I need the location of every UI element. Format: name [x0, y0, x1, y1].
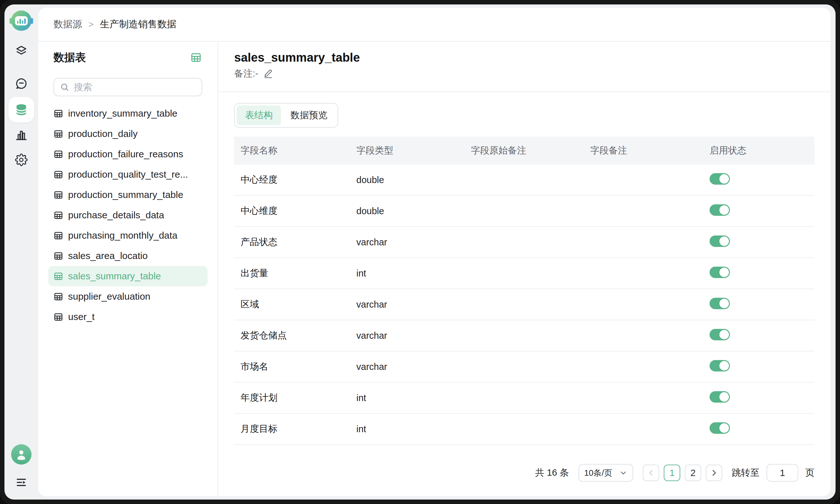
table-icon	[53, 149, 63, 159]
gear-icon[interactable]	[14, 153, 28, 167]
main-body: 表结构 数据预览 字段名称 字段类型 字段原始备注 字段备注 启用状态	[218, 92, 830, 497]
enabled-toggle[interactable]	[709, 329, 730, 340]
table-grid-icon[interactable]	[190, 51, 202, 64]
search-icon	[60, 82, 69, 92]
user-avatar[interactable]	[11, 444, 32, 465]
table-name: production_summary_table	[68, 190, 183, 200]
table-list-item[interactable]: sales_summary_table	[48, 266, 207, 286]
table-list-item[interactable]: purchasing_monthly_data	[48, 225, 207, 246]
table-row: 中心经度 double	[234, 165, 815, 196]
logo-circle	[11, 11, 32, 31]
table-list-item[interactable]: purchase_details_data	[48, 205, 207, 225]
table-list-item[interactable]: inventory_summary_table	[48, 103, 207, 124]
edit-note-icon[interactable]	[263, 68, 274, 79]
table-name: purchase_details_data	[68, 210, 164, 220]
field-type: double	[350, 175, 465, 185]
field-name: 中心经度	[234, 174, 350, 186]
col-header-original-comment: 字段原始备注	[465, 144, 584, 157]
table-row: 年度计划 int	[234, 383, 815, 414]
note-label: 备注:-	[234, 68, 258, 79]
enabled-toggle[interactable]	[709, 391, 730, 403]
table-name: sales_summary_table	[68, 271, 161, 282]
chevron-down-icon	[619, 469, 628, 477]
page-button-1[interactable]: 1	[664, 465, 680, 481]
chat-icon[interactable]	[14, 77, 28, 91]
tab-table-structure[interactable]: 表结构	[237, 106, 281, 125]
screen-background: 数据源 > 生产制造销售数据 数据表	[0, 0, 840, 504]
table-icon	[53, 109, 63, 119]
page-button-2[interactable]: 2	[685, 465, 701, 481]
field-name: 市场名	[234, 360, 350, 373]
field-type: varchar	[350, 299, 465, 310]
main-header: sales_summary_table 备注:-	[218, 42, 830, 92]
table-icon	[53, 292, 63, 302]
panel-title: 数据表	[53, 50, 86, 65]
table-list-item[interactable]: supplier_evaluation	[48, 286, 207, 307]
table-name: production_quality_test_re...	[68, 169, 188, 180]
page-size-value: 10条/页	[584, 467, 612, 479]
field-name: 中心维度	[234, 205, 350, 217]
topbar: 数据源 > 生产制造销售数据	[38, 7, 830, 42]
logo-ear-right	[31, 18, 33, 24]
sidebar-collapse-icon[interactable]	[14, 475, 28, 489]
table-icon	[53, 190, 63, 200]
breadcrumb-current: 生产制造销售数据	[100, 18, 176, 31]
icon-rail	[4, 4, 38, 500]
table-name: production_daily	[68, 128, 137, 139]
layers-icon[interactable]	[14, 44, 28, 58]
enabled-toggle[interactable]	[709, 235, 730, 247]
field-name: 年度计划	[234, 392, 350, 404]
table-list-item[interactable]: production_summary_table	[48, 185, 207, 205]
prev-page-button[interactable]	[643, 465, 659, 481]
tab-data-preview[interactable]: 数据预览	[282, 106, 336, 125]
table-row: 中心维度 double	[234, 196, 815, 227]
pagination: 共 16 条 10条/页	[234, 464, 815, 494]
field-name: 区域	[234, 298, 350, 311]
rail-nav	[8, 31, 34, 167]
field-name: 月度目标	[234, 422, 350, 435]
enabled-toggle[interactable]	[709, 204, 730, 216]
page-size-select[interactable]: 10条/页	[579, 464, 633, 482]
logo-chart-face	[15, 16, 28, 25]
search-input[interactable]	[74, 82, 196, 92]
enabled-toggle[interactable]	[709, 173, 730, 185]
search-box	[53, 78, 202, 96]
enabled-toggle[interactable]	[709, 298, 730, 309]
table-list-item[interactable]: user_t	[48, 307, 207, 327]
enabled-toggle[interactable]	[709, 422, 730, 434]
bar-chart-icon[interactable]	[14, 128, 28, 142]
app-window: 数据源 > 生产制造销售数据 数据表	[4, 4, 836, 500]
jump-page-input[interactable]	[767, 464, 798, 482]
field-name: 产品状态	[234, 236, 350, 249]
col-header-field-type: 字段类型	[350, 144, 465, 157]
field-type: varchar	[350, 362, 465, 372]
col-header-enabled-status: 启用状态	[703, 144, 815, 157]
enabled-toggle[interactable]	[709, 360, 730, 372]
table-icon	[53, 129, 63, 139]
table-list-item[interactable]: production_daily	[48, 124, 207, 144]
table-row: 产品状态 varchar	[234, 227, 815, 258]
table-list-item[interactable]: sales_area_locatio	[48, 246, 207, 266]
field-type: double	[350, 206, 465, 216]
field-type: int	[350, 268, 465, 279]
table-name: production_failure_reasons	[68, 149, 183, 160]
field-name: 发货仓储点	[234, 329, 350, 342]
table-list-item[interactable]: production_quality_test_re...	[48, 164, 207, 185]
page-title: sales_summary_table	[234, 51, 815, 65]
database-icon[interactable]	[8, 97, 34, 122]
fields-table: 字段名称 字段类型 字段原始备注 字段备注 启用状态 中心经度	[234, 137, 815, 445]
rail-bottom	[11, 444, 32, 500]
content-card: 数据源 > 生产制造销售数据 数据表	[38, 7, 830, 497]
table-name: sales_area_locatio	[68, 250, 148, 261]
table-list-item[interactable]: production_failure_reasons	[48, 144, 207, 164]
next-page-button[interactable]	[706, 465, 722, 481]
enabled-toggle[interactable]	[709, 267, 730, 278]
table-icon	[53, 312, 63, 322]
table-row: 月度目标 int	[234, 414, 815, 445]
chevron-left-icon	[647, 469, 655, 477]
breadcrumb-root[interactable]: 数据源	[53, 18, 82, 31]
app-logo	[11, 11, 32, 31]
breadcrumb-separator-icon: >	[88, 19, 93, 30]
table-row: 出货量 int	[234, 258, 815, 289]
chevron-right-icon	[710, 469, 718, 477]
